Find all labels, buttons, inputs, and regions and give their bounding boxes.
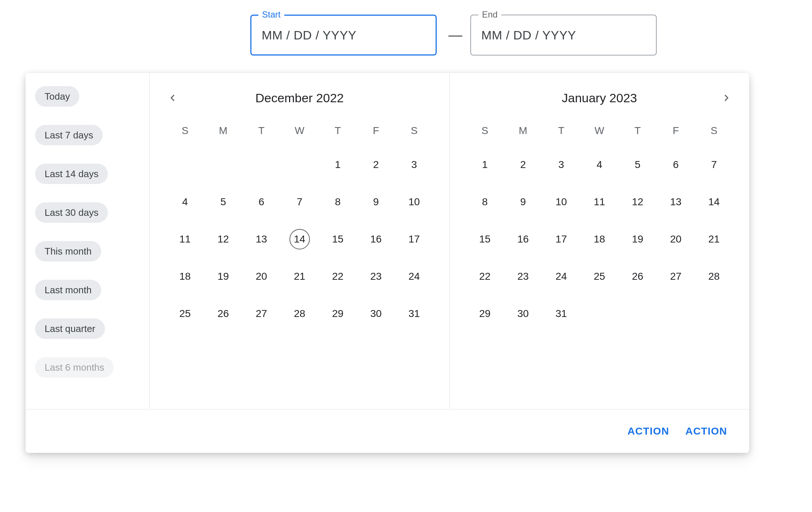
weekday-header: F — [357, 123, 395, 139]
calendar-grid: SMTWTFS123456789101112131415161718192021… — [466, 123, 733, 325]
calendar-day[interactable]: 31 — [542, 302, 581, 325]
weekday-header: S — [466, 123, 504, 139]
calendar-day[interactable]: 4 — [580, 153, 619, 176]
next-month-button[interactable] — [718, 90, 735, 106]
preset-chip[interactable]: Today — [35, 86, 79, 107]
calendar-day[interactable]: 15 — [319, 228, 357, 251]
calendar-day[interactable]: 13 — [242, 228, 281, 251]
weekday-header: F — [657, 123, 695, 139]
calendar-day[interactable]: 28 — [695, 265, 733, 288]
preset-chip[interactable]: Last month — [35, 280, 101, 300]
calendar-day[interactable]: 24 — [542, 265, 581, 288]
preset-chip[interactable]: Last 7 days — [35, 125, 103, 145]
calendar-blank-cell — [242, 153, 281, 176]
calendar-day[interactable]: 18 — [166, 265, 204, 288]
actions-bar: Action Action — [26, 409, 749, 453]
start-date-input[interactable] — [250, 15, 437, 56]
calendar-day[interactable]: 11 — [166, 228, 204, 251]
calendar-day[interactable]: 31 — [395, 302, 433, 325]
calendar-day[interactable]: 7 — [281, 191, 319, 213]
calendar-day[interactable]: 8 — [319, 191, 357, 213]
calendar-day[interactable]: 10 — [542, 191, 581, 213]
calendar-day[interactable]: 16 — [504, 228, 542, 251]
calendar-day[interactable]: 2 — [504, 153, 542, 176]
preset-chip[interactable]: This month — [35, 241, 101, 261]
calendar-day[interactable]: 26 — [619, 265, 657, 288]
calendar-day[interactable]: 21 — [281, 265, 319, 288]
calendar-day[interactable]: 22 — [319, 265, 357, 288]
calendar-day[interactable]: 1 — [466, 153, 504, 176]
calendar-day[interactable]: 21 — [695, 228, 733, 251]
calendar-day[interactable]: 9 — [504, 191, 542, 213]
calendar-day[interactable]: 30 — [504, 302, 542, 325]
weekday-header: T — [319, 123, 357, 139]
range-separator: — — [448, 27, 459, 43]
calendar-day[interactable]: 1 — [319, 153, 357, 176]
weekday-header: W — [580, 123, 619, 139]
weekday-header: M — [504, 123, 542, 139]
calendar-day[interactable]: 19 — [204, 265, 243, 288]
calendar-day[interactable]: 24 — [395, 265, 433, 288]
calendar-day[interactable]: 9 — [357, 191, 395, 213]
preset-ranges-sidebar: TodayLast 7 daysLast 14 daysLast 30 days… — [26, 73, 150, 409]
calendar-day[interactable]: 20 — [657, 228, 695, 251]
calendar-day[interactable]: 13 — [657, 191, 695, 213]
calendar-day[interactable]: 17 — [395, 228, 433, 251]
preset-chip[interactable]: Last quarter — [35, 318, 105, 339]
calendar-day[interactable]: 27 — [657, 265, 695, 288]
calendar-day[interactable]: 17 — [542, 228, 581, 251]
calendar-day[interactable]: 23 — [357, 265, 395, 288]
preset-chip[interactable]: Last 30 days — [35, 202, 108, 223]
preset-chip[interactable]: Last 6 months — [35, 357, 114, 378]
weekday-header: S — [166, 123, 204, 139]
calendar-day[interactable]: 14 — [281, 228, 319, 251]
calendar-day[interactable]: 18 — [580, 228, 619, 251]
calendar-day[interactable]: 10 — [395, 191, 433, 213]
start-date-field-wrap: Start — [250, 15, 437, 56]
end-date-label: End — [478, 9, 501, 20]
preset-chip[interactable]: Last 14 days — [35, 164, 108, 184]
calendar-day[interactable]: 11 — [580, 191, 619, 213]
calendar-day[interactable]: 14 — [695, 191, 733, 213]
primary-action-button[interactable]: Action — [685, 425, 727, 437]
calendar-day[interactable]: 27 — [242, 302, 281, 325]
calendar-day[interactable]: 12 — [619, 191, 657, 213]
end-date-input[interactable] — [470, 15, 657, 56]
calendar-day[interactable]: 19 — [619, 228, 657, 251]
calendar-day[interactable]: 12 — [204, 228, 243, 251]
calendar-day[interactable]: 25 — [580, 265, 619, 288]
calendar-day[interactable]: 25 — [166, 302, 204, 325]
calendar-months-container: December 2022SMTWTFS12345678910111213141… — [150, 73, 749, 409]
calendar-day[interactable]: 4 — [166, 191, 204, 213]
weekday-header: S — [695, 123, 733, 139]
calendar-day[interactable]: 23 — [504, 265, 542, 288]
calendar-day[interactable]: 6 — [242, 191, 281, 213]
weekday-header: S — [395, 123, 433, 139]
calendar-day[interactable]: 5 — [204, 191, 243, 213]
calendar-day[interactable]: 29 — [319, 302, 357, 325]
calendar-day[interactable]: 6 — [657, 153, 695, 176]
calendar-day[interactable]: 28 — [281, 302, 319, 325]
prev-month-button[interactable] — [164, 90, 181, 106]
month-title: January 2023 — [562, 91, 637, 105]
date-range-inputs: Start — End — [117, 15, 790, 56]
calendar-day[interactable]: 15 — [466, 228, 504, 251]
calendar-day[interactable]: 5 — [619, 153, 657, 176]
calendar-day[interactable]: 16 — [357, 228, 395, 251]
calendar-day[interactable]: 26 — [204, 302, 243, 325]
month-title: December 2022 — [255, 91, 344, 105]
calendar-day[interactable]: 29 — [466, 302, 504, 325]
start-date-label: Start — [258, 9, 284, 20]
calendar-day[interactable]: 8 — [466, 191, 504, 213]
calendar-day[interactable]: 2 — [357, 153, 395, 176]
weekday-header: W — [281, 123, 319, 139]
calendar-blank-cell — [281, 153, 319, 176]
secondary-action-button[interactable]: Action — [627, 425, 669, 437]
calendar-day[interactable]: 3 — [395, 153, 433, 176]
end-date-field-wrap: End — [470, 15, 657, 56]
calendar-day[interactable]: 3 — [542, 153, 581, 176]
calendar-day[interactable]: 22 — [466, 265, 504, 288]
calendar-day[interactable]: 7 — [695, 153, 733, 176]
calendar-day[interactable]: 20 — [242, 265, 281, 288]
calendar-day[interactable]: 30 — [357, 302, 395, 325]
